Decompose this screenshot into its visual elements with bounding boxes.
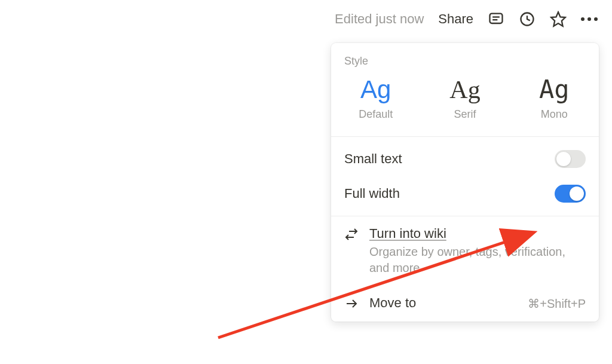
- toggle-knob: [570, 186, 584, 201]
- history-icon[interactable]: [519, 11, 536, 27]
- font-options: Ag Default Ag Serif Ag Mono: [331, 71, 599, 136]
- full-width-label: Full width: [344, 186, 400, 201]
- small-text-toggle[interactable]: [555, 150, 586, 168]
- font-sample: Ag: [420, 76, 509, 103]
- actions-section: Turn into wiki Organize by owner, tags, …: [331, 216, 599, 322]
- full-width-toggle[interactable]: [555, 185, 586, 203]
- turn-into-wiki-subtitle: Organize by owner, tags, verification, a…: [369, 244, 586, 276]
- font-name: Serif: [420, 108, 509, 121]
- font-name: Default: [331, 108, 420, 121]
- svg-rect-0: [490, 14, 503, 23]
- comment-icon[interactable]: [488, 11, 504, 27]
- font-option-mono[interactable]: Ag Mono: [510, 76, 599, 121]
- move-to-icon: [344, 296, 360, 312]
- font-sample: Ag: [331, 76, 420, 103]
- toggle-section: Small text Full width: [331, 137, 599, 216]
- page-options-dropdown: Style Ag Default Ag Serif Ag Mono Small …: [331, 43, 599, 322]
- share-button[interactable]: Share: [438, 11, 473, 27]
- edited-timestamp: Edited just now: [335, 11, 424, 27]
- wiki-icon: [344, 227, 360, 243]
- toggle-knob: [556, 152, 571, 166]
- font-name: Mono: [510, 108, 599, 121]
- move-to-text: Move to: [369, 295, 518, 311]
- style-heading: Style: [331, 43, 599, 71]
- more-icon[interactable]: [581, 11, 598, 27]
- svg-marker-4: [551, 12, 565, 26]
- full-width-row: Full width: [331, 176, 599, 211]
- font-option-serif[interactable]: Ag Serif: [420, 76, 509, 121]
- style-section: Style Ag Default Ag Serif Ag Mono: [331, 43, 599, 137]
- font-option-default[interactable]: Ag Default: [331, 76, 420, 121]
- move-to-title: Move to: [369, 295, 518, 311]
- move-to-shortcut: ⌘+Shift+P: [528, 296, 586, 311]
- font-sample: Ag: [510, 76, 599, 103]
- turn-into-wiki-text: Turn into wiki Organize by owner, tags, …: [369, 226, 586, 276]
- small-text-label: Small text: [344, 151, 402, 167]
- star-icon[interactable]: [550, 11, 567, 27]
- topbar: Edited just now Share: [335, 11, 598, 27]
- small-text-row: Small text: [331, 142, 599, 176]
- turn-into-wiki-row[interactable]: Turn into wiki Organize by owner, tags, …: [331, 216, 599, 286]
- turn-into-wiki-title: Turn into wiki: [369, 226, 586, 241]
- move-to-row[interactable]: Move to ⌘+Shift+P: [331, 286, 599, 322]
